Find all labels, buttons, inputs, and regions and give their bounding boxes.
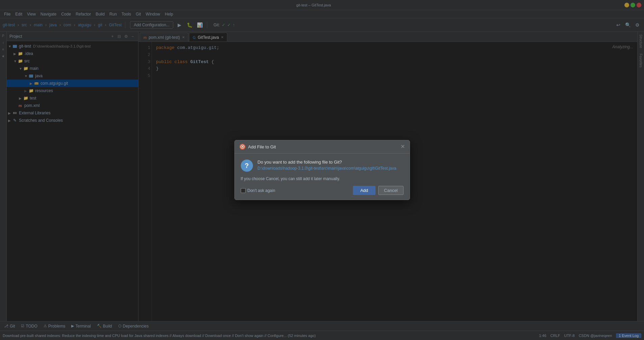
dialog-close-button[interactable]: ✕ [401,144,405,149]
dialog-buttons: Add Cancel [353,186,404,195]
dialog-question-icon: ? [241,160,253,172]
dialog-sub-text: If you choose Cancel, you can still add … [241,176,404,181]
dialog-text: Do you want to add the following file to… [258,160,404,172]
dialog-checkbox-row: Don't ask again [241,188,275,193]
dialog-footer: Don't ask again Add Cancel [241,186,404,195]
dialog-cancel-button[interactable]: Cancel [378,186,403,195]
dialog-title-bar: Add File to Git ✕ [235,140,410,153]
dialog-add-button[interactable]: Add [353,186,376,195]
add-file-dialog: Add File to Git ✕ ? Do you want to add t… [234,140,410,200]
dialog-message-row: ? Do you want to add the following file … [241,160,404,172]
question-mark: ? [244,162,249,170]
dialog-git-icon [239,144,246,150]
svg-point-9 [242,146,243,147]
dialog-overlay: Add File to Git ✕ ? Do you want to add t… [0,0,644,340]
dont-ask-label: Don't ask again [248,188,275,193]
dont-ask-checkbox[interactable] [241,188,246,193]
dialog-body: ? Do you want to add the following file … [235,153,410,200]
dialog-title-text: Add File to Git [248,144,276,149]
dialog-title: Add File to Git [239,144,276,150]
dialog-main-text: Do you want to add the following file to… [258,160,404,165]
dialog-file-path: D:\downloads\hadoop-3.1.0\git-test\src\m… [258,166,404,171]
